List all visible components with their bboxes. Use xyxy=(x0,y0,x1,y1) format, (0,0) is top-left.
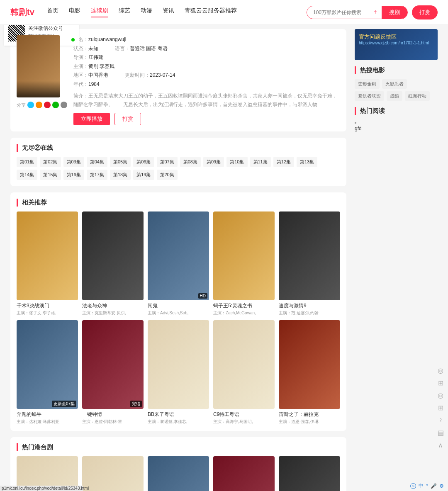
episode-item[interactable]: 第02集 xyxy=(40,157,61,167)
episode-item[interactable]: 第17集 xyxy=(87,170,107,180)
episode-item[interactable]: 第11集 xyxy=(250,157,271,167)
logo[interactable]: 韩剧tv xyxy=(10,7,34,18)
episode-item[interactable]: 第20集 xyxy=(157,170,178,180)
broken-image-icon: ▫ xyxy=(355,120,356,126)
episode-item[interactable]: 第04集 xyxy=(87,157,107,167)
episode-list: 第01集第02集第03集第04集第05集第06集第07集第08集第09集第10集… xyxy=(17,157,340,180)
hot-tag[interactable]: 红海行动 xyxy=(405,91,430,101)
video-poster: HD xyxy=(148,211,209,300)
episode-item[interactable]: 第16集 xyxy=(63,170,84,180)
episode-item[interactable]: 第06集 xyxy=(133,157,154,167)
video-item[interactable]: 宙斯之子：赫拉克主演：道恩·强森,伊琳 xyxy=(279,320,340,425)
episode-item[interactable]: 第07集 xyxy=(157,157,178,167)
video-item[interactable]: BB来了粤语主演：黎诺懿,李佳芯, xyxy=(148,320,209,425)
share-wechat-icon[interactable] xyxy=(52,102,59,108)
share-row: 分享 xyxy=(17,102,67,108)
lang-label: 语言： xyxy=(115,46,130,51)
episode-item[interactable]: 第14集 xyxy=(17,170,37,180)
share-qq-icon[interactable] xyxy=(27,102,34,108)
video-cast: 主演：Advi,Sesh,Sob, xyxy=(148,310,209,316)
weibo-icon-2[interactable]: ◎ xyxy=(436,367,445,375)
episode-item[interactable]: 第13集 xyxy=(297,157,317,167)
reward-button[interactable]: 打赏 xyxy=(412,5,438,19)
episodes-card: 无尽②在线 第01集第02集第03集第04集第05集第06集第07集第08集第0… xyxy=(10,138,346,186)
episode-item[interactable]: 第09集 xyxy=(203,157,224,167)
video-cast: 主演：范·迪塞尔,约翰 xyxy=(279,310,340,316)
episode-item[interactable]: 第03集 xyxy=(63,157,84,167)
hot-tag[interactable]: 复仇者联盟 xyxy=(355,91,384,101)
nav-item[interactable]: 电影 xyxy=(69,7,80,17)
video-item[interactable]: 速度与激情9主演：范·迪塞尔,约翰 xyxy=(279,211,340,316)
nav-item[interactable]: 首页 xyxy=(47,7,58,17)
video-cast: 主演：黎诺懿,李佳芯, xyxy=(148,419,209,425)
search-input[interactable] xyxy=(307,6,369,19)
play-button[interactable]: 立即播放 xyxy=(73,113,110,125)
video-item[interactable]: 血肉之躯主演：艾美达·斯丹顿, xyxy=(148,456,209,491)
main-nav: 首页电影连续剧综艺动漫资讯青狐云云服务器推荐 xyxy=(47,7,237,17)
banner-line1: 官方问题反馈区 xyxy=(359,33,433,41)
search-box: ⇡ 搜剧 xyxy=(307,6,408,19)
lightbulb-icon[interactable]: ♀ xyxy=(436,416,445,425)
share-more-icon[interactable] xyxy=(61,102,67,108)
hot-tag[interactable]: 变形金刚 xyxy=(355,79,380,89)
episode-item[interactable]: 第19集 xyxy=(133,170,154,180)
grid-icon-2[interactable]: ⊞ xyxy=(436,379,445,387)
nav-item[interactable]: 青狐云云服务器推荐 xyxy=(185,7,237,17)
video-cast: 主演：张子文,李子雄, xyxy=(17,310,78,316)
video-poster xyxy=(213,320,275,409)
year-value: 1984 xyxy=(88,81,100,87)
search-button[interactable]: 搜剧 xyxy=(382,6,407,19)
ime-smile-icon[interactable]: ☺ xyxy=(410,483,416,489)
episode-item[interactable]: 第08集 xyxy=(180,157,201,167)
episode-item[interactable]: 第12集 xyxy=(273,157,294,167)
share-red-icon[interactable] xyxy=(44,102,51,108)
video-item[interactable]: 千术3决战澳门主演：张子文,李子雄, xyxy=(17,211,78,316)
video-item[interactable]: C9特工粤语主演：高海宁,马国明, xyxy=(213,320,275,425)
hot-tag[interactable]: 火影忍者 xyxy=(382,79,407,89)
hot-read-title: 热门阅读 xyxy=(355,107,438,115)
ime-settings-icon[interactable]: ⚙ xyxy=(439,483,444,489)
video-item[interactable]: 更新至07集奔跑的蜗牛主演：达利娅·马苏利亚 xyxy=(17,320,78,425)
video-item[interactable]: 完结101次搏命主演：曾伟权,温碧霞, xyxy=(279,456,340,491)
nav-item[interactable]: 动漫 xyxy=(141,7,152,17)
side-banner[interactable]: 官方问题反馈区 https://www.cjzjb.com/nr1702-1-1… xyxy=(355,29,438,60)
share-label: 分享 xyxy=(17,102,26,108)
ime-lang[interactable]: 中 xyxy=(419,482,424,489)
video-item[interactable]: HD闹鬼主演：Advi,Sesh,Sob, xyxy=(148,211,209,316)
nav-item[interactable]: 资讯 xyxy=(163,7,174,17)
scroll-top-icon[interactable]: ∧ xyxy=(436,441,445,450)
video-item[interactable]: 蝎子王5:灵魂之书主演：Zach,McGowan, xyxy=(213,211,275,316)
favorite-button[interactable]: 打赏 xyxy=(114,113,141,125)
float-icons: ◎ ⊞ ♀ ▤ ∧ xyxy=(436,391,445,450)
nav-item[interactable]: 连续剧 xyxy=(91,7,108,17)
video-item[interactable]: 法老与众神主演：克里斯蒂安·贝尔, xyxy=(82,211,144,316)
video-item[interactable]: C9特工粤语主演：高海宁,马国明, xyxy=(82,456,144,491)
video-title: 法老与众神 xyxy=(82,302,144,309)
related-card: 相关推荐 千术3决战澳门主演：张子文,李子雄,法老与众神主演：克里斯蒂安·贝尔,… xyxy=(10,192,346,431)
hot-read-item[interactable]: ▫ gfd xyxy=(355,120,438,131)
trending-icon[interactable]: ⇡ xyxy=(369,6,382,19)
video-poster xyxy=(82,211,144,300)
weibo-icon[interactable]: ◎ xyxy=(436,391,445,400)
ime-mic-icon[interactable]: 🎤 xyxy=(431,483,437,489)
video-item[interactable]: 完结一键钟情主演：恩佐·阿勒林·霍 xyxy=(82,320,144,425)
nav-item[interactable]: 综艺 xyxy=(119,7,130,17)
episode-item[interactable]: 第10集 xyxy=(226,157,247,167)
hot-tag[interactable]: 战狼 xyxy=(387,91,402,101)
reward-icon[interactable]: ▤ xyxy=(436,429,445,437)
hot-read-label: gfd xyxy=(355,126,362,131)
video-cast: 主演：Zach,McGowan, xyxy=(213,310,275,316)
video-item[interactable]: 4 in Love粤语主演：陈豪,佘诗曼,黄 xyxy=(213,456,275,491)
region-value: 中国香港 xyxy=(88,72,108,78)
alias-value: zuiquanwangwuji xyxy=(88,36,126,42)
ime-punct-icon[interactable]: ° xyxy=(426,483,428,489)
main-poster[interactable] xyxy=(17,35,60,97)
share-weibo-icon[interactable] xyxy=(36,102,42,108)
video-cast: 主演：恩佐·阿勒林·霍 xyxy=(82,419,144,425)
video-title: BB来了粤语 xyxy=(148,411,209,418)
episode-item[interactable]: 第01集 xyxy=(17,157,37,167)
episode-item[interactable]: 第15集 xyxy=(40,170,61,180)
episode-item[interactable]: 第05集 xyxy=(110,157,131,167)
episode-item[interactable]: 第18集 xyxy=(110,170,131,180)
grid-icon[interactable]: ⊞ xyxy=(436,404,445,412)
